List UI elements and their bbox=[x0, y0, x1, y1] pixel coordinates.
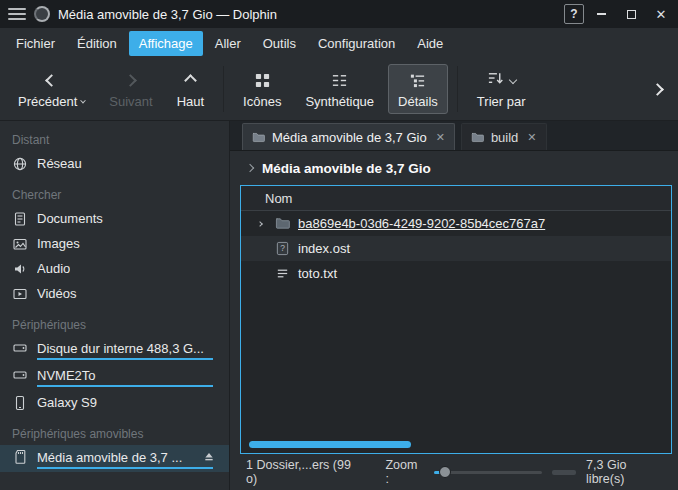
toolbar-separator bbox=[223, 66, 224, 112]
sidebar-item-images[interactable]: Images bbox=[0, 231, 229, 256]
video-icon bbox=[12, 286, 28, 302]
file-list: ba869e4b-03d6-4249-9202-85b4cec767a7 ? i… bbox=[241, 211, 671, 286]
forward-label: Suivant bbox=[109, 95, 152, 108]
file-name: toto.txt bbox=[298, 266, 337, 281]
sidebar-item-audio[interactable]: Audio bbox=[0, 256, 229, 281]
maximize-button[interactable] bbox=[618, 4, 644, 24]
free-space-indicator bbox=[552, 470, 576, 475]
details-view-button[interactable]: Détails bbox=[388, 64, 448, 114]
window-title: Média amovible de 3,7 Gio — Dolphin bbox=[58, 7, 277, 22]
file-name: index.ost bbox=[298, 241, 350, 256]
window-menu-icon[interactable] bbox=[8, 6, 26, 22]
icons-view-label: Icônes bbox=[243, 95, 281, 108]
image-icon bbox=[12, 236, 28, 252]
back-button[interactable]: Précédent bbox=[8, 64, 95, 114]
sidebar-item-documents[interactable]: Documents bbox=[0, 206, 229, 231]
sidebar-item-label: Galaxy S9 bbox=[37, 395, 97, 410]
folder-icon bbox=[252, 131, 265, 144]
sort-icon bbox=[487, 70, 504, 90]
title-bar: Média amovible de 3,7 Gio — Dolphin ? ✕ bbox=[0, 0, 678, 28]
menu-item-aller[interactable]: Aller bbox=[205, 31, 251, 56]
audio-icon bbox=[12, 261, 28, 277]
tab-close-button[interactable]: ✕ bbox=[525, 131, 536, 144]
sort-by-button[interactable]: Trier par bbox=[467, 64, 536, 114]
breadcrumb: Média amovible de 3,7 Gio bbox=[230, 151, 678, 185]
sidebar-item-label: Images bbox=[37, 236, 80, 251]
zoom-slider-handle[interactable] bbox=[439, 466, 451, 478]
tab-media-amovible[interactable]: Média amovible de 3,7 Gio ✕ bbox=[242, 123, 455, 150]
menu-item-configuration[interactable]: Configuration bbox=[308, 31, 405, 56]
sidebar-item-reseau[interactable]: Réseau bbox=[0, 151, 229, 176]
minimize-icon bbox=[597, 13, 606, 15]
sidebar-item-videos[interactable]: Vidéos bbox=[0, 281, 229, 306]
up-button[interactable]: Haut bbox=[167, 64, 214, 114]
folder-icon bbox=[471, 131, 484, 144]
sidebar-item-media-amovible[interactable]: Média amovible de 3,7 ... bbox=[0, 445, 229, 472]
svg-text:?: ? bbox=[280, 243, 285, 253]
zoom-slider[interactable] bbox=[434, 465, 542, 479]
icons-view-icon bbox=[254, 70, 271, 90]
close-button[interactable]: ✕ bbox=[648, 4, 674, 24]
sd-card-icon bbox=[12, 449, 28, 465]
section-header-peripheriques: Périphériques bbox=[0, 314, 229, 336]
eject-button[interactable] bbox=[201, 450, 217, 464]
compact-view-label: Synthétique bbox=[305, 95, 374, 108]
sidebar-item-disque-dur-interne[interactable]: Disque dur interne 488,3 G... bbox=[0, 336, 229, 363]
tab-bar: Média amovible de 3,7 Gio ✕ build ✕ bbox=[230, 121, 678, 151]
network-icon bbox=[12, 156, 28, 172]
column-header-nom[interactable]: Nom bbox=[241, 186, 671, 211]
chevron-right-icon bbox=[651, 83, 664, 96]
file-view: Nom ba869e4b-03d6-4249-9202-85b4cec767a7… bbox=[240, 185, 672, 454]
file-row-folder[interactable]: ba869e4b-03d6-4249-9202-85b4cec767a7 bbox=[241, 211, 671, 236]
zoom-label: Zoom : bbox=[385, 458, 424, 486]
file-row-toto-txt[interactable]: toto.txt bbox=[241, 261, 671, 286]
section-header-chercher: Chercher bbox=[0, 184, 229, 206]
section-header-peripheriques-amovibles: Périphériques amovibles bbox=[0, 423, 229, 445]
menu-item-aide[interactable]: Aide bbox=[407, 31, 453, 56]
minimize-button[interactable] bbox=[588, 4, 614, 24]
dolphin-window: Média amovible de 3,7 Gio — Dolphin ? ✕ … bbox=[0, 0, 678, 490]
compact-view-icon bbox=[331, 70, 348, 90]
back-label: Précédent bbox=[18, 95, 77, 108]
sidebar-item-label: Audio bbox=[37, 261, 70, 276]
tab-build[interactable]: build ✕ bbox=[461, 123, 547, 150]
unknown-file-icon: ? bbox=[275, 241, 290, 256]
items-summary: 1 Dossier,...ers (99 o) bbox=[246, 458, 365, 486]
details-view-label: Détails bbox=[398, 95, 438, 108]
status-bar: 1 Dossier,...ers (99 o) Zoom : 7,3 Gio l… bbox=[230, 454, 678, 490]
menu-item-fichier[interactable]: Fichier bbox=[6, 31, 65, 56]
forward-button[interactable]: Suivant bbox=[99, 64, 162, 114]
breadcrumb-current[interactable]: Média amovible de 3,7 Gio bbox=[262, 161, 431, 176]
horizontal-scrollbar[interactable] bbox=[249, 441, 411, 448]
help-button[interactable]: ? bbox=[564, 4, 584, 24]
toolbar-overflow-button[interactable] bbox=[645, 82, 670, 97]
toolbar-separator bbox=[457, 66, 458, 112]
menu-item-affichage[interactable]: Affichage bbox=[129, 31, 203, 56]
places-panel: Distant Réseau Chercher Documents Images bbox=[0, 121, 230, 490]
file-row-index-ost[interactable]: ? index.ost bbox=[241, 236, 671, 261]
compact-view-button[interactable]: Synthétique bbox=[295, 64, 384, 114]
tab-label: build bbox=[491, 130, 518, 145]
menu-item-outils[interactable]: Outils bbox=[253, 31, 306, 56]
dolphin-app-icon bbox=[34, 6, 50, 22]
chevron-left-icon bbox=[45, 74, 58, 87]
sidebar-item-label: Vidéos bbox=[37, 286, 77, 301]
chevron-up-icon bbox=[184, 74, 197, 87]
expander-icon[interactable] bbox=[253, 222, 267, 226]
sidebar-item-label: Réseau bbox=[37, 156, 82, 171]
menu-item-edition[interactable]: Édition bbox=[67, 31, 127, 56]
sidebar-item-galaxy-s9[interactable]: Galaxy S9 bbox=[0, 390, 229, 415]
sidebar-item-nvme2to[interactable]: NVME2To bbox=[0, 363, 229, 390]
details-view-icon bbox=[409, 70, 426, 90]
disk-usage-bar bbox=[37, 358, 213, 360]
document-icon bbox=[12, 211, 28, 227]
section-header-distant: Distant bbox=[0, 129, 229, 151]
column-header-label: Nom bbox=[265, 191, 292, 206]
tab-close-button[interactable]: ✕ bbox=[434, 131, 445, 144]
sidebar-item-label: Média amovible de 3,7 ... bbox=[37, 450, 182, 465]
icons-view-button[interactable]: Icônes bbox=[233, 64, 291, 114]
tab-label: Média amovible de 3,7 Gio bbox=[272, 130, 427, 145]
chevron-down-icon bbox=[508, 76, 516, 84]
disk-usage-bar bbox=[37, 467, 213, 469]
file-name: ba869e4b-03d6-4249-9202-85b4cec767a7 bbox=[298, 216, 545, 231]
